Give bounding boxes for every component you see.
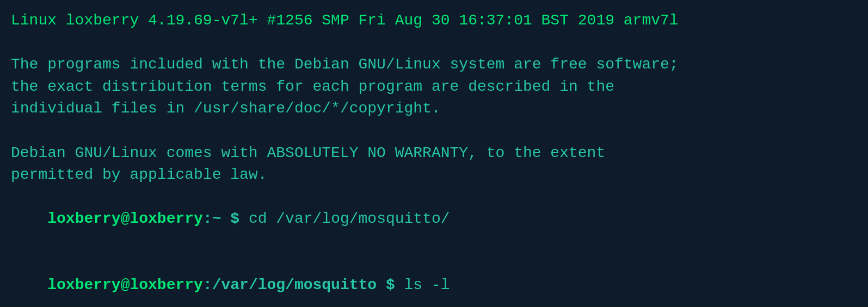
uname-output: Linux loxberry 4.19.69-v7l+ #1256 SMP Fr…: [11, 10, 857, 32]
command-line-2: loxberry@loxberry:/var/log/mosquitto $ l…: [11, 253, 857, 307]
warranty-line-1: Debian GNU/Linux comes with ABSOLUTELY N…: [11, 142, 857, 165]
prompt-path-1: :~: [203, 210, 221, 227]
license-line-3: individual files in /usr/share/doc/*/cop…: [11, 98, 857, 120]
terminal-window[interactable]: Linux loxberry 4.19.69-v7l+ #1256 SMP Fr…: [11, 10, 857, 297]
prompt-dollar-1: $: [221, 210, 248, 227]
license-line-2: the exact distribution terms for each pr…: [11, 76, 857, 98]
prompt-cmd-1: cd /var/log/mosquitto/: [249, 210, 450, 227]
prompt-dollar-2: $: [377, 277, 404, 293]
blank-line-2: [11, 120, 857, 142]
blank-line-1: [11, 32, 857, 54]
prompt-path-2: :/var/log/mosquitto: [203, 277, 377, 293]
prompt-user-1: loxberry@loxberry: [47, 210, 203, 227]
license-line-1: The programs included with the Debian GN…: [11, 54, 857, 76]
command-line-1: loxberry@loxberry:~ $ cd /var/log/mosqui…: [11, 186, 857, 253]
prompt-cmd-2: ls -l: [404, 277, 450, 293]
prompt-user-2: loxberry@loxberry: [47, 277, 203, 293]
warranty-line-2: permitted by applicable law.: [11, 164, 857, 186]
